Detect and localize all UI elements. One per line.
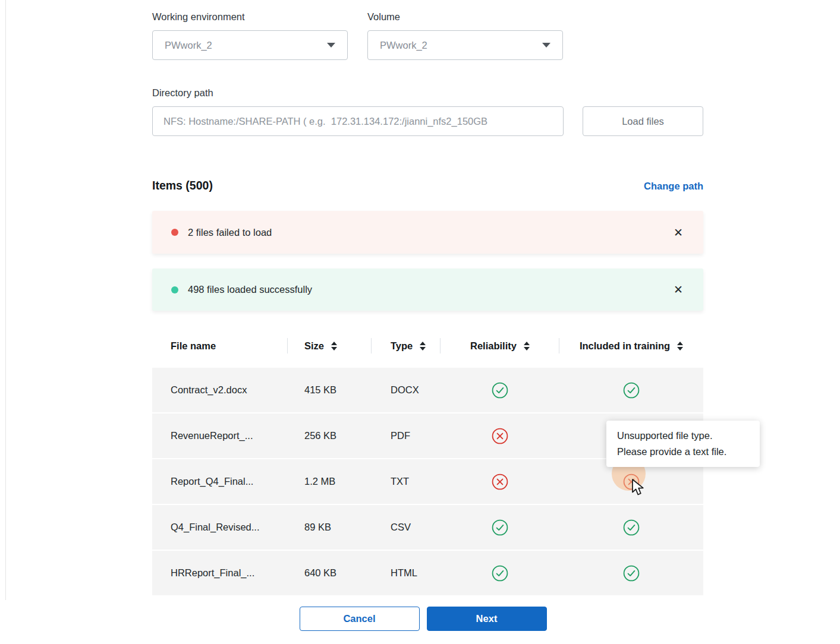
- footer-bar: Cancel Next: [6, 599, 840, 644]
- table-row: Contract_v2.docx 415 KB DOCX: [152, 368, 703, 412]
- chevron-down-icon: [542, 43, 550, 48]
- success-icon: [623, 519, 640, 536]
- header-reliability-sort[interactable]: Reliability: [441, 324, 559, 368]
- directory-path-input[interactable]: [152, 106, 564, 136]
- cell-file-name: Report_Q4_Final...: [152, 459, 288, 504]
- next-button[interactable]: Next: [427, 607, 547, 631]
- header-label: Reliability: [470, 340, 517, 352]
- cell-size: 1.2 MB: [288, 459, 372, 504]
- header-label: File name: [171, 340, 216, 352]
- load-files-button[interactable]: Load files: [583, 106, 703, 136]
- cell-file-name: Contract_v2.docx: [152, 368, 288, 412]
- panel-edge-divider: [5, 0, 6, 600]
- sort-icon: [420, 342, 426, 351]
- cell-size: 640 KB: [288, 551, 372, 595]
- header-label: Size: [304, 340, 324, 352]
- cell-size: 415 KB: [288, 368, 372, 412]
- cell-type: TXT: [372, 459, 441, 504]
- volume-value: PWwork_2: [380, 40, 427, 51]
- header-label: Included in training: [580, 340, 670, 352]
- header-file-name: File name: [152, 324, 288, 368]
- sort-icon: [331, 342, 337, 351]
- error-banner: 2 files failed to load ✕: [152, 211, 703, 254]
- volume-label: Volume: [367, 11, 400, 23]
- header-size-sort[interactable]: Size: [288, 324, 372, 368]
- table-row: Q4_Final_Revised... 89 KB CSV: [152, 505, 703, 550]
- cell-size: 256 KB: [288, 413, 372, 458]
- cell-type: DOCX: [372, 368, 441, 412]
- header-type-sort[interactable]: Type: [372, 324, 441, 368]
- working-environment-select[interactable]: PWwork_2: [152, 30, 348, 60]
- error-banner-text: 2 files failed to load: [188, 227, 272, 238]
- header-label: Type: [391, 340, 413, 352]
- cell-type: CSV: [372, 505, 441, 550]
- chevron-down-icon: [327, 43, 335, 48]
- cursor-icon: [631, 479, 647, 500]
- success-icon: [623, 382, 640, 399]
- tooltip: Unsupported file type. Please provide a …: [606, 421, 760, 467]
- header-included-sort[interactable]: Included in training: [559, 324, 703, 368]
- cell-file-name: HRReport_Final_...: [152, 551, 288, 595]
- close-icon[interactable]: ✕: [671, 225, 685, 241]
- sort-icon: [677, 342, 683, 351]
- error-icon: [492, 428, 508, 444]
- success-banner-text: 498 files loaded successfully: [188, 284, 312, 295]
- error-status-dot: [171, 229, 178, 236]
- cell-file-name: RevenueReport_...: [152, 413, 288, 458]
- tooltip-line: Please provide a text file.: [617, 444, 749, 460]
- success-icon: [623, 565, 640, 582]
- cell-type: PDF: [372, 413, 441, 458]
- change-path-link[interactable]: Change path: [644, 181, 703, 192]
- success-icon: [492, 382, 508, 399]
- items-count-title: Items (500): [152, 179, 213, 192]
- tooltip-line: Unsupported file type.: [617, 428, 749, 444]
- cell-file-name: Q4_Final_Revised...: [152, 505, 288, 550]
- sort-icon: [524, 342, 530, 351]
- cancel-button[interactable]: Cancel: [300, 607, 420, 631]
- table-row: HRReport_Final_... 640 KB HTML: [152, 551, 703, 595]
- cell-type: HTML: [372, 551, 441, 595]
- success-icon: [492, 519, 508, 536]
- cell-size: 89 KB: [288, 505, 372, 550]
- table-header: File name Size Type Reliability Included…: [152, 324, 703, 368]
- success-banner: 498 files loaded successfully ✕: [152, 269, 703, 311]
- success-icon: [492, 565, 508, 582]
- directory-path-label: Directory path: [152, 87, 213, 99]
- working-environment-value: PWwork_2: [165, 40, 212, 51]
- volume-select[interactable]: PWwork_2: [367, 30, 563, 60]
- close-icon[interactable]: ✕: [671, 282, 685, 298]
- working-environment-label: Working environment: [152, 11, 245, 23]
- error-icon: [492, 473, 508, 490]
- success-status-dot: [171, 286, 178, 293]
